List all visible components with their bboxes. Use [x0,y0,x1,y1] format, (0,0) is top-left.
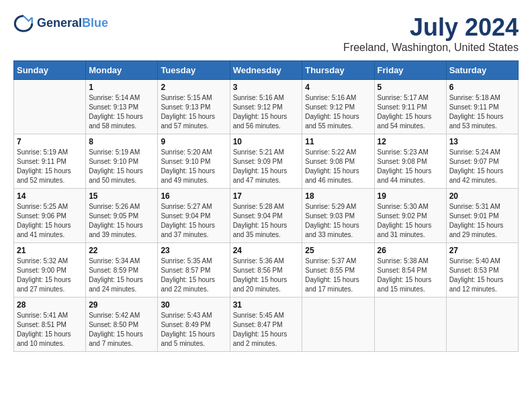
day-number: 17 [233,191,300,201]
header-cell-friday: Friday [374,61,446,80]
day-number: 28 [17,300,83,310]
calendar-cell: 2Sunrise: 5:15 AM Sunset: 9:13 PM Daylig… [158,80,230,134]
day-info: Sunrise: 5:34 AM Sunset: 8:59 PM Dayligh… [89,257,154,294]
page-header: GeneralBlue July 2024 Freeland, Washingt… [13,13,519,54]
day-info: Sunrise: 5:43 AM Sunset: 8:49 PM Dayligh… [161,311,226,349]
calendar-cell: 7Sunrise: 5:19 AM Sunset: 9:11 PM Daylig… [14,134,86,189]
calendar-cell: 25Sunrise: 5:37 AM Sunset: 8:55 PM Dayli… [302,243,374,298]
header-cell-sunday: Sunday [14,61,86,80]
day-number: 11 [305,137,371,146]
day-info: Sunrise: 5:29 AM Sunset: 9:03 PM Dayligh… [305,202,371,240]
calendar-cell: 22Sunrise: 5:34 AM Sunset: 8:59 PM Dayli… [86,243,158,298]
calendar-header: SundayMondayTuesdayWednesdayThursdayFrid… [14,61,519,80]
day-number: 22 [89,246,154,255]
calendar-cell: 6Sunrise: 5:18 AM Sunset: 9:11 PM Daylig… [446,80,518,134]
day-info: Sunrise: 5:23 AM Sunset: 9:08 PM Dayligh… [378,148,443,185]
day-number: 25 [305,246,371,255]
calendar-cell: 24Sunrise: 5:36 AM Sunset: 8:56 PM Dayli… [230,243,302,298]
header-cell-monday: Monday [86,61,158,80]
day-info: Sunrise: 5:19 AM Sunset: 9:10 PM Dayligh… [89,148,154,185]
day-info: Sunrise: 5:36 AM Sunset: 8:56 PM Dayligh… [233,257,300,294]
main-title: July 2024 [343,13,519,42]
calendar-cell: 30Sunrise: 5:43 AM Sunset: 8:49 PM Dayli… [158,298,230,352]
day-number: 29 [89,300,154,310]
day-info: Sunrise: 5:41 AM Sunset: 8:51 PM Dayligh… [17,311,83,349]
day-number: 3 [233,83,300,92]
day-info: Sunrise: 5:28 AM Sunset: 9:04 PM Dayligh… [233,202,300,240]
day-info: Sunrise: 5:14 AM Sunset: 9:13 PM Dayligh… [89,93,154,131]
day-number: 15 [89,191,154,201]
calendar-cell [446,298,518,352]
day-number: 6 [449,83,515,92]
calendar-cell [302,298,374,352]
calendar-cell: 16Sunrise: 5:27 AM Sunset: 9:04 PM Dayli… [158,189,230,243]
week-row-2: 14Sunrise: 5:25 AM Sunset: 9:06 PM Dayli… [14,189,519,243]
day-number: 10 [233,137,300,146]
calendar-cell [14,80,86,134]
day-info: Sunrise: 5:25 AM Sunset: 9:06 PM Dayligh… [17,202,83,240]
day-info: Sunrise: 5:32 AM Sunset: 9:00 PM Dayligh… [17,257,83,294]
header-cell-wednesday: Wednesday [230,61,302,80]
day-info: Sunrise: 5:26 AM Sunset: 9:05 PM Dayligh… [89,202,154,240]
day-info: Sunrise: 5:20 AM Sunset: 9:10 PM Dayligh… [161,148,226,185]
day-info: Sunrise: 5:19 AM Sunset: 9:11 PM Dayligh… [17,148,83,185]
calendar-cell: 29Sunrise: 5:42 AM Sunset: 8:50 PM Dayli… [86,298,158,352]
day-number: 2 [161,83,226,92]
day-info: Sunrise: 5:42 AM Sunset: 8:50 PM Dayligh… [89,311,154,349]
day-info: Sunrise: 5:15 AM Sunset: 9:13 PM Dayligh… [161,93,226,131]
calendar-cell: 27Sunrise: 5:40 AM Sunset: 8:53 PM Dayli… [446,243,518,298]
calendar-cell [374,298,446,352]
day-info: Sunrise: 5:30 AM Sunset: 9:02 PM Dayligh… [378,202,443,240]
day-number: 30 [161,300,226,310]
calendar-cell: 26Sunrise: 5:38 AM Sunset: 8:54 PM Dayli… [374,243,446,298]
header-cell-saturday: Saturday [446,61,518,80]
day-number: 21 [17,246,83,255]
calendar-cell: 14Sunrise: 5:25 AM Sunset: 9:06 PM Dayli… [14,189,86,243]
day-info: Sunrise: 5:16 AM Sunset: 9:12 PM Dayligh… [233,93,300,131]
day-number: 8 [89,137,154,146]
day-info: Sunrise: 5:27 AM Sunset: 9:04 PM Dayligh… [161,202,226,240]
day-number: 5 [378,83,443,92]
title-block: July 2024 Freeland, Washington, United S… [343,13,519,54]
calendar-cell: 8Sunrise: 5:19 AM Sunset: 9:10 PM Daylig… [86,134,158,189]
day-number: 31 [233,300,300,310]
header-cell-thursday: Thursday [302,61,374,80]
week-row-3: 21Sunrise: 5:32 AM Sunset: 9:00 PM Dayli… [14,243,519,298]
calendar-cell: 10Sunrise: 5:21 AM Sunset: 9:09 PM Dayli… [230,134,302,189]
week-row-4: 28Sunrise: 5:41 AM Sunset: 8:51 PM Dayli… [14,298,519,352]
calendar-cell: 18Sunrise: 5:29 AM Sunset: 9:03 PM Dayli… [302,189,374,243]
day-number: 24 [233,246,300,255]
day-number: 4 [305,83,371,92]
day-info: Sunrise: 5:45 AM Sunset: 8:47 PM Dayligh… [233,311,300,349]
day-number: 26 [378,246,443,255]
day-number: 16 [161,191,226,201]
day-number: 20 [449,191,515,201]
header-cell-tuesday: Tuesday [158,61,230,80]
calendar-cell: 4Sunrise: 5:16 AM Sunset: 9:12 PM Daylig… [302,80,374,134]
day-info: Sunrise: 5:40 AM Sunset: 8:53 PM Dayligh… [449,257,515,294]
calendar-cell: 31Sunrise: 5:45 AM Sunset: 8:47 PM Dayli… [230,298,302,352]
day-info: Sunrise: 5:16 AM Sunset: 9:12 PM Dayligh… [305,93,371,131]
day-number: 13 [449,137,515,146]
calendar-cell: 5Sunrise: 5:17 AM Sunset: 9:11 PM Daylig… [374,80,446,134]
day-info: Sunrise: 5:24 AM Sunset: 9:07 PM Dayligh… [449,148,515,185]
calendar-cell: 11Sunrise: 5:22 AM Sunset: 9:08 PM Dayli… [302,134,374,189]
calendar-table: SundayMondayTuesdayWednesdayThursdayFrid… [13,60,519,352]
day-number: 18 [305,191,371,201]
calendar-cell: 13Sunrise: 5:24 AM Sunset: 9:07 PM Dayli… [446,134,518,189]
day-number: 7 [17,137,83,146]
day-number: 27 [449,246,515,255]
calendar-cell: 21Sunrise: 5:32 AM Sunset: 9:00 PM Dayli… [14,243,86,298]
calendar-cell: 9Sunrise: 5:20 AM Sunset: 9:10 PM Daylig… [158,134,230,189]
header-row: SundayMondayTuesdayWednesdayThursdayFrid… [14,61,519,80]
day-info: Sunrise: 5:17 AM Sunset: 9:11 PM Dayligh… [378,93,443,131]
calendar-cell: 19Sunrise: 5:30 AM Sunset: 9:02 PM Dayli… [374,189,446,243]
day-number: 1 [89,83,154,92]
day-info: Sunrise: 5:21 AM Sunset: 9:09 PM Dayligh… [233,148,300,185]
day-info: Sunrise: 5:35 AM Sunset: 8:57 PM Dayligh… [161,257,226,294]
week-row-1: 7Sunrise: 5:19 AM Sunset: 9:11 PM Daylig… [14,134,519,189]
calendar-cell: 3Sunrise: 5:16 AM Sunset: 9:12 PM Daylig… [230,80,302,134]
day-info: Sunrise: 5:18 AM Sunset: 9:11 PM Dayligh… [449,93,515,131]
logo-text: GeneralBlue [37,17,108,30]
calendar-cell: 20Sunrise: 5:31 AM Sunset: 9:01 PM Dayli… [446,189,518,243]
